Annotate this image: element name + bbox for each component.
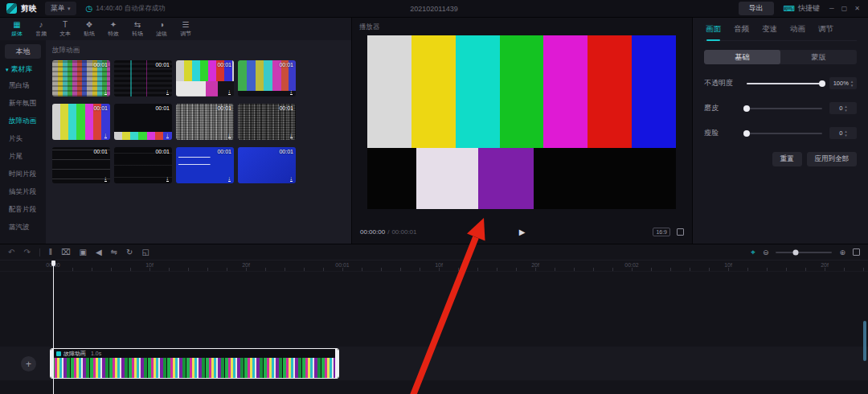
rotate-button[interactable]: ↻	[126, 248, 133, 257]
media-thumbnail[interactable]: 00:01↓	[52, 147, 110, 183]
media-thumbnail[interactable]: 00:01↓	[176, 104, 234, 140]
timeline-ruler[interactable]: 00:00 10f 20f 00:01 10f 20f 00:02 10f 20…	[0, 261, 868, 272]
download-icon[interactable]: ↓	[228, 175, 231, 182]
fit-timeline-icon[interactable]	[853, 248, 860, 256]
tab-filter[interactable]: ◑滤镜	[149, 20, 174, 38]
mirror-button[interactable]: ⇋	[111, 248, 117, 257]
shortcuts-button[interactable]: ⌨ 快捷键	[784, 3, 820, 14]
sidebar-item-glitch[interactable]: 故障动画	[0, 113, 46, 130]
smooth-skin-slider[interactable]	[747, 108, 822, 109]
media-thumbnail[interactable]: 00:01↓	[52, 104, 110, 140]
apply-to-all-button[interactable]: 应用到全部	[807, 152, 858, 166]
zoom-out-icon[interactable]: ⊖	[763, 248, 769, 257]
download-icon[interactable]: ↓	[290, 132, 293, 138]
tab-label: 媒体	[11, 30, 23, 37]
tab-picture[interactable]: 画面	[706, 24, 721, 35]
sidebar-item-outro[interactable]: 片尾	[0, 148, 46, 166]
menu-button[interactable]: 菜单 ▾	[45, 2, 76, 15]
tab-audio-settings[interactable]: 音频	[734, 24, 749, 35]
sidebar-section-library[interactable]: ▾ 素材库	[0, 59, 46, 77]
tab-sticker[interactable]: ❖贴纸	[77, 20, 101, 38]
sidebar-item-intro[interactable]: 片头	[0, 130, 46, 148]
sidebar-item-vaporwave[interactable]: 蒸汽波	[0, 219, 46, 236]
subtab-basic[interactable]: 基础	[704, 50, 780, 64]
delete-button[interactable]: ⌧	[61, 248, 71, 257]
sidebar-item-local[interactable]: 本地	[5, 44, 41, 59]
download-icon[interactable]: ↓	[166, 175, 170, 182]
tab-audio[interactable]: ♪音频	[29, 20, 53, 38]
media-thumbnail[interactable]: 00:01↓	[238, 60, 296, 96]
smooth-skin-value[interactable]: 0 ▴▾	[829, 102, 857, 114]
slider-knob[interactable]	[743, 105, 750, 112]
download-icon[interactable]: ↓	[228, 88, 231, 95]
ruler-label: 20f	[531, 262, 539, 268]
reset-button[interactable]: 重置	[772, 152, 802, 166]
timeline-zoom-slider[interactable]	[776, 252, 832, 253]
download-icon[interactable]: ↓	[104, 175, 108, 182]
media-thumbnail[interactable]: 00:01↓	[238, 147, 296, 183]
sidebar-item-dubbing[interactable]: 配音片段	[0, 201, 46, 219]
download-icon[interactable]: ↓	[290, 175, 293, 182]
download-icon[interactable]: ↓	[104, 132, 108, 138]
redo-button[interactable]: ↷	[23, 248, 30, 257]
tab-adjust[interactable]: ☰调节	[174, 20, 198, 38]
minimize-button[interactable]: ─	[829, 5, 834, 12]
download-icon[interactable]: ↓	[290, 88, 293, 95]
close-button[interactable]: ✕	[854, 5, 860, 12]
snap-toggle-icon[interactable]: ⌖	[751, 248, 755, 257]
stepper-icons[interactable]: ▴▾	[845, 129, 847, 137]
zoom-in-icon[interactable]: ⊕	[839, 248, 845, 257]
subtab-mask[interactable]: 蒙版	[780, 50, 857, 64]
export-button[interactable]: 导出	[739, 2, 774, 15]
media-thumbnail[interactable]: 00:01↓	[114, 147, 172, 183]
media-thumbnail[interactable]: 00:01↓	[114, 104, 172, 140]
stepper-icons[interactable]: ▴▾	[851, 80, 854, 87]
aspect-ratio-button[interactable]: 16:9	[653, 228, 670, 236]
freeze-frame-button[interactable]: ▣	[79, 248, 86, 257]
tab-animation[interactable]: 动画	[790, 24, 805, 35]
zoom-knob[interactable]	[792, 249, 798, 255]
download-icon[interactable]: ↓	[166, 132, 170, 138]
slim-face-value[interactable]: 0 ▴▾	[829, 127, 857, 139]
sidebar-item-blackwhite[interactable]: 黑白场	[0, 77, 46, 95]
crop-button[interactable]: ◱	[141, 248, 149, 257]
inspector-panel: 画面 音频 变速 动画 调节 基础 蒙版 不透明度 100% ▴▾ 磨皮	[693, 18, 868, 244]
media-thumbnail[interactable]: 00:01↓	[114, 60, 172, 96]
opacity-slider[interactable]	[747, 83, 822, 84]
slider-knob[interactable]	[819, 80, 825, 87]
download-icon[interactable]: ↓	[228, 132, 231, 138]
timeline-scrollbar[interactable]	[863, 321, 866, 361]
add-media-button[interactable]: +	[21, 356, 36, 371]
play-button[interactable]: ▶	[519, 228, 526, 236]
tab-speed[interactable]: 变速	[762, 24, 777, 35]
sidebar-item-funny[interactable]: 搞笑片段	[0, 183, 46, 201]
tab-text[interactable]: T文本	[53, 20, 77, 38]
tab-effects[interactable]: ✦特效	[101, 20, 125, 38]
download-icon[interactable]: ↓	[166, 88, 170, 95]
timeline-clip[interactable]: 故障动画 1.0s	[50, 348, 339, 379]
video-preview[interactable]	[367, 35, 676, 209]
tab-media[interactable]: ▦媒体	[5, 20, 29, 38]
slim-face-slider[interactable]	[747, 133, 822, 134]
stepper-icons[interactable]: ▴▾	[845, 105, 847, 112]
slim-face-label: 瘦脸	[704, 128, 739, 138]
split-button[interactable]: ‖	[49, 248, 52, 257]
media-thumbnail[interactable]: 00:01↓	[52, 60, 110, 96]
video-editor-app: 剪映 菜单 ▾ ◷ 14:40:40 自动保存成功 202102011439 导…	[0, 0, 868, 394]
maximize-button[interactable]: ▢	[841, 5, 848, 12]
sidebar-item-newyear[interactable]: 新年氛围	[0, 95, 46, 113]
slider-knob[interactable]	[743, 130, 750, 137]
tab-adjustment[interactable]: 调节	[818, 24, 833, 35]
tab-label: 文本	[59, 30, 71, 37]
undo-button[interactable]: ↶	[8, 248, 14, 257]
reverse-button[interactable]: ◀	[96, 248, 102, 257]
tab-transition[interactable]: ⇆转场	[125, 20, 149, 38]
fullscreen-icon[interactable]	[677, 228, 684, 236]
media-thumbnail[interactable]: 00:01↓	[238, 104, 296, 140]
download-icon[interactable]: ↓	[104, 88, 108, 95]
sidebar-item-time[interactable]: 时间片段	[0, 166, 46, 183]
opacity-value[interactable]: 100% ▴▾	[829, 77, 857, 89]
media-thumbnail[interactable]: 00:01↓	[176, 147, 234, 183]
media-thumbnail[interactable]: 00:01↓	[176, 60, 234, 96]
playhead[interactable]	[53, 261, 54, 394]
